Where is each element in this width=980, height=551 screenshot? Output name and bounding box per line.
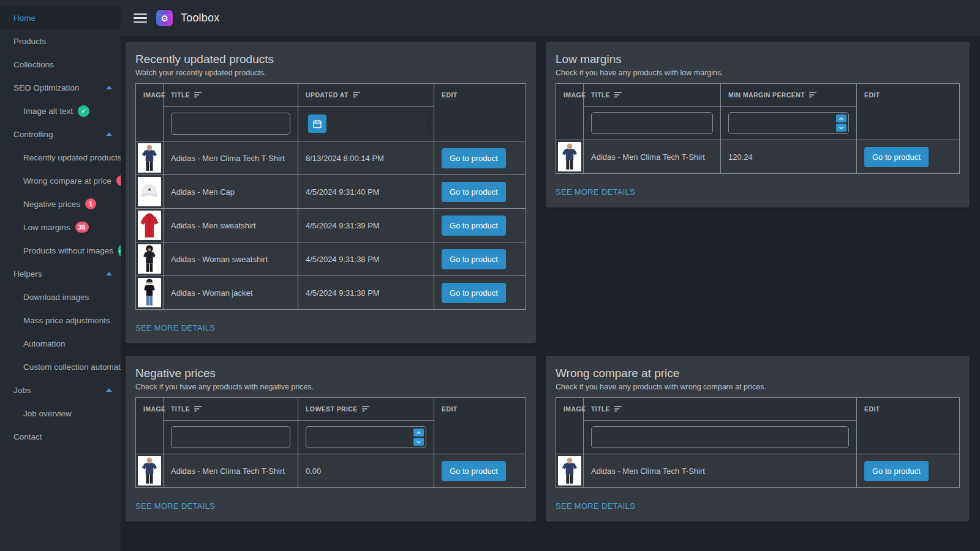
sidebar-item-low-margins[interactable]: Low margins36	[0, 216, 121, 239]
min_margin_percent-filter-input[interactable]	[728, 112, 849, 134]
wrong-compare-at-price-table: IMAGETITLEEDITAdidas - Men Clima Tech T-…	[556, 397, 960, 488]
column-header-edit: EDIT	[434, 84, 526, 141]
count-badge: 1	[85, 198, 96, 209]
sidebar-item-jobs[interactable]: Jobs	[0, 378, 121, 402]
spinner-down-button[interactable]	[836, 124, 846, 132]
title-filter-input[interactable]	[171, 426, 290, 448]
sidebar-item-collections[interactable]: Collections	[0, 53, 121, 76]
column-header-image: IMAGE	[136, 84, 164, 141]
menu-toggle-icon[interactable]	[134, 13, 147, 23]
sidebar-item-helpers[interactable]: Helpers	[0, 262, 121, 285]
edit-cell: Go to product	[434, 175, 526, 209]
sidebar-item-job-overview[interactable]: Job overview	[0, 402, 121, 425]
low-margins-table: IMAGETITLEMIN MARGIN PERCENTEDITAdidas -…	[556, 83, 960, 174]
sidebar-item-label: Collections	[13, 60, 54, 69]
dashboard-grid: Recently updated productsWatch your rece…	[121, 37, 980, 551]
min_margin_percent-cell: 120.24	[721, 140, 857, 174]
sidebar-item-automation[interactable]: Automation	[0, 332, 121, 355]
table-row: Adidas - Men Clima Tech T-ShirtGo to pro…	[556, 454, 960, 488]
sidebar-item-controlling[interactable]: Controlling	[0, 122, 121, 146]
product-thumbnail-tshirt-navy	[558, 142, 581, 171]
sidebar-item-recently-updated-products[interactable]: Recently updated products	[0, 146, 121, 169]
title-cell: Adidas - Woman jacket	[164, 276, 298, 310]
edit-cell: Go to product	[434, 141, 526, 175]
image-cell	[556, 140, 584, 174]
go-to-product-button[interactable]: Go to product	[442, 148, 506, 168]
sidebar-item-mass-price-adjustments[interactable]: Mass price adjustments	[0, 309, 121, 332]
sidebar-item-label: Low margins	[23, 223, 70, 232]
title-cell: Adidas - Men Clima Tech T-Shirt	[164, 454, 298, 488]
sidebar-item-negative-prices[interactable]: Negative prices1	[0, 192, 121, 216]
title-cell: Adidas - Men Clima Tech T-Shirt	[164, 141, 298, 175]
column-header-min_margin_percent[interactable]: MIN MARGIN PERCENT	[721, 84, 857, 107]
go-to-product-button[interactable]: Go to product	[442, 283, 506, 303]
card-title: Negative prices	[135, 367, 526, 380]
product-thumbnail-tshirt-navy	[138, 456, 161, 485]
column-header-updated_at[interactable]: UPDATED AT	[298, 84, 434, 107]
image-cell	[136, 175, 164, 209]
collapse-caret-icon[interactable]	[106, 86, 112, 89]
column-header-title[interactable]: TITLE	[584, 398, 857, 421]
card-negative-prices: Negative pricesCheck if you have any pro…	[126, 356, 536, 522]
chevron-up-icon	[839, 117, 844, 121]
recently-updated-products-table: IMAGETITLEUPDATED ATEDITAdidas - Men Cli…	[135, 83, 526, 310]
calendar-button[interactable]	[308, 114, 326, 133]
sort-icon	[353, 91, 361, 99]
go-to-product-button[interactable]: Go to product	[864, 147, 929, 167]
updated_at-cell: 4/5/2024 9:31:40 PM	[298, 175, 434, 209]
sidebar-item-home[interactable]: Home	[0, 6, 121, 29]
column-header-image: IMAGE	[556, 84, 584, 140]
sidebar-item-custom-collection-automation[interactable]: Custom collection automation	[0, 355, 121, 378]
sidebar-item-label: Negative prices	[23, 200, 80, 209]
spinner-down-button[interactable]	[413, 438, 424, 446]
go-to-product-button[interactable]: Go to product	[442, 216, 506, 236]
column-header-lowest_price[interactable]: LOWEST PRICE	[298, 398, 434, 421]
sidebar-item-products[interactable]: Products	[0, 29, 121, 53]
go-to-product-button[interactable]: Go to product	[864, 461, 929, 481]
sidebar-item-products-without-images[interactable]: Products without images✓	[0, 239, 121, 262]
title-filter-input[interactable]	[171, 113, 290, 135]
sidebar-item-image-alt-text[interactable]: Image alt text✓	[0, 99, 121, 122]
card-title: Wrong compare at price	[556, 367, 960, 380]
lowest_price-filter-input[interactable]	[306, 426, 426, 448]
negative-prices-table: IMAGETITLELOWEST PRICEEDITAdidas - Men C…	[135, 397, 526, 488]
go-to-product-button[interactable]: Go to product	[442, 249, 506, 269]
card-title: Low margins	[556, 53, 960, 66]
updated_at-cell: 8/13/2024 8:00:14 PM	[298, 141, 434, 175]
app-title: Toolbox	[181, 12, 219, 24]
sidebar-item-wrong-compare-at-price[interactable]: Wrong compare at price1	[0, 169, 121, 192]
collapse-caret-icon[interactable]	[106, 132, 112, 136]
toolbox-logo-icon: ⚙	[156, 10, 173, 26]
sidebar-item-contact[interactable]: Contact	[0, 425, 121, 448]
column-header-title[interactable]: TITLE	[584, 84, 721, 107]
collapse-caret-icon[interactable]	[106, 272, 112, 276]
column-header-image: IMAGE	[556, 398, 584, 454]
sidebar-item-label: Home	[13, 13, 36, 23]
column-header-title[interactable]: TITLE	[164, 84, 298, 107]
card-subtitle: Check if you have any products with low …	[556, 69, 960, 77]
spinner-up-button[interactable]	[836, 114, 846, 122]
image-cell	[136, 209, 164, 242]
see-more-details-link[interactable]: SEE MORE DETAILS	[135, 501, 215, 511]
spinner-up-button[interactable]	[413, 429, 424, 437]
title-filter-input[interactable]	[591, 426, 849, 448]
sidebar-item-label: Helpers	[13, 269, 42, 279]
see-more-details-link[interactable]: SEE MORE DETAILS	[556, 501, 635, 511]
go-to-product-button[interactable]: Go to product	[442, 461, 506, 481]
see-more-details-link[interactable]: SEE MORE DETAILS	[135, 323, 215, 332]
sidebar: HomeProductsCollectionsSEO OptimizationI…	[0, 0, 121, 551]
header-row: IMAGETITLEMIN MARGIN PERCENTEDIT	[556, 84, 960, 107]
sidebar-item-seo-optimization[interactable]: SEO Optimization	[0, 76, 121, 99]
sidebar-item-download-images[interactable]: Download images	[0, 285, 121, 309]
header-row: IMAGETITLELOWEST PRICEEDIT	[136, 398, 526, 421]
title-filter-input[interactable]	[591, 112, 713, 134]
go-to-product-button[interactable]: Go to product	[442, 182, 506, 202]
column-header-title[interactable]: TITLE	[164, 398, 298, 421]
sidebar-item-label: Wrong compare at price	[23, 176, 111, 186]
table-row: Adidas - Woman jacket4/5/2024 9:31:38 PM…	[136, 276, 526, 310]
see-more-details-link[interactable]: SEE MORE DETAILS	[556, 187, 635, 197]
edit-cell: Go to product	[434, 454, 526, 488]
date-filter[interactable]	[306, 112, 426, 135]
collapse-caret-icon[interactable]	[106, 388, 112, 392]
title-cell: Adidas - Men Clima Tech T-Shirt	[584, 454, 857, 488]
